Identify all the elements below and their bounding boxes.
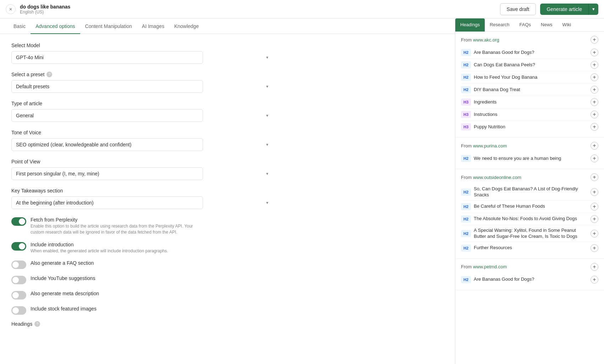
heading-badge-3-0: H2 bbox=[461, 276, 471, 283]
heading-badge-2-2: H2 bbox=[461, 215, 471, 223]
heading-item-1-0: H2 We need to ensure you are a human bei… bbox=[461, 152, 598, 164]
toggle-faq-section[interactable] bbox=[11, 261, 26, 269]
heading-text-0-4: Ingredients bbox=[474, 99, 588, 105]
heading-add-button-0-1[interactable]: + bbox=[591, 61, 598, 69]
tab-content-manipulation[interactable]: Content Manipulation bbox=[80, 18, 137, 34]
tab-ai-images[interactable]: AI Images bbox=[137, 18, 169, 34]
source-url-2: www.outsideonline.com bbox=[473, 175, 521, 180]
toggle-group-meta-description: Also generate meta description bbox=[11, 291, 273, 299]
heading-add-button-1-0[interactable]: + bbox=[591, 155, 598, 162]
right-tab-faqs[interactable]: FAQs bbox=[515, 18, 536, 32]
select-model-label: Select Model bbox=[11, 43, 273, 48]
select-preset-label: Select a preset ? bbox=[11, 72, 273, 77]
heading-item-0-3: H2 DIY Banana Dog Treat + bbox=[461, 84, 598, 96]
toggle-stock-images[interactable] bbox=[11, 306, 26, 315]
heading-add-button-2-3[interactable]: + bbox=[591, 230, 598, 237]
select-preset-input[interactable]: Default presets bbox=[11, 80, 203, 93]
heading-add-button-2-0[interactable]: + bbox=[591, 188, 598, 196]
heading-add-button-2-1[interactable]: + bbox=[591, 203, 598, 211]
close-button[interactable]: × bbox=[6, 4, 16, 14]
source-section-3: From www.petmd.com + H2 Are Bananas Good… bbox=[455, 259, 604, 290]
select-preset-arrow: ▾ bbox=[266, 84, 268, 89]
headings-help-icon[interactable]: ? bbox=[34, 321, 40, 327]
tone-of-voice-arrow: ▾ bbox=[266, 142, 268, 147]
key-takeaways-input[interactable]: At the beginning (after introduction) bbox=[11, 196, 203, 209]
source-url-0: www.akc.org bbox=[473, 37, 499, 43]
source-add-button-3[interactable]: + bbox=[591, 263, 598, 271]
toggle-group-stock-images: Include stock featured images bbox=[11, 306, 273, 315]
heading-badge-0-6: H3 bbox=[461, 123, 471, 130]
generate-article-button[interactable]: Generate article bbox=[540, 4, 588, 15]
heading-item-2-0: H2 So, Can Dogs Eat Bananas? A List of D… bbox=[461, 184, 598, 201]
heading-add-button-3-0[interactable]: + bbox=[591, 276, 598, 284]
generate-dropdown-button[interactable]: ▾ bbox=[588, 4, 598, 15]
toggle-group-fetch-perplexity: Fetch from Perplexity Enable this option… bbox=[11, 217, 273, 235]
heading-badge-1-0: H2 bbox=[461, 155, 471, 162]
heading-badge-0-0: H2 bbox=[461, 49, 471, 56]
heading-add-button-2-2[interactable]: + bbox=[591, 215, 598, 223]
left-tabs: Basic Advanced options Content Manipulat… bbox=[0, 18, 455, 34]
select-preset-wrapper: Default presets ▾ bbox=[11, 80, 273, 93]
heading-add-button-0-4[interactable]: + bbox=[591, 98, 598, 106]
tab-basic[interactable]: Basic bbox=[9, 18, 31, 34]
toggle-include-introduction[interactable] bbox=[11, 242, 26, 251]
select-model-input[interactable]: GPT-4o Mini bbox=[11, 51, 203, 64]
source-from-label-3: From www.petmd.com bbox=[461, 264, 507, 269]
left-panel: Basic Advanced options Content Manipulat… bbox=[0, 18, 455, 364]
toggle-fetch-perplexity[interactable] bbox=[11, 217, 26, 226]
heading-add-button-0-3[interactable]: + bbox=[591, 86, 598, 94]
heading-item-2-1: H2 Be Careful of These Human Foods + bbox=[461, 201, 598, 213]
heading-item-0-0: H2 Are Bananas Good for Dogs? + bbox=[461, 46, 598, 59]
heading-add-button-0-6[interactable]: + bbox=[591, 123, 598, 131]
toggle-desc-fetch-perplexity: Enable this option to build the article … bbox=[31, 223, 201, 235]
toggle-meta-description[interactable] bbox=[11, 291, 26, 299]
tone-of-voice-input[interactable]: SEO optimized (clear, knowledgeable and … bbox=[11, 138, 203, 151]
heading-badge-2-3: H2 bbox=[461, 230, 471, 237]
toggle-youtube-suggestions[interactable] bbox=[11, 276, 26, 284]
article-title: do dogs like bananas bbox=[20, 4, 496, 10]
heading-add-button-0-5[interactable]: + bbox=[591, 111, 598, 118]
heading-badge-0-1: H2 bbox=[461, 61, 471, 68]
source-url-3: www.petmd.com bbox=[473, 264, 507, 269]
key-takeaways-label: Key Takeaways section bbox=[11, 188, 273, 194]
main-layout: Basic Advanced options Content Manipulat… bbox=[0, 18, 604, 364]
heading-add-button-0-0[interactable]: + bbox=[591, 49, 598, 56]
heading-badge-2-4: H2 bbox=[461, 245, 471, 252]
tab-advanced-options[interactable]: Advanced options bbox=[31, 18, 80, 34]
heading-badge-2-0: H2 bbox=[461, 189, 471, 196]
right-tabs: Headings Research FAQs News Wiki bbox=[455, 18, 604, 32]
toggle-desc-include-introduction: When enabled, the generated article will… bbox=[31, 248, 168, 254]
select-model-wrapper: GPT-4o Mini ▾ bbox=[11, 51, 273, 64]
point-of-view-arrow: ▾ bbox=[266, 171, 268, 176]
source-add-button-1[interactable]: + bbox=[591, 142, 598, 150]
form-area: Select Model GPT-4o Mini ▾ Select a pres… bbox=[0, 34, 284, 338]
right-tab-headings[interactable]: Headings bbox=[455, 18, 485, 32]
heading-item-3-0: H2 Are Bananas Good for Dogs? + bbox=[461, 274, 598, 286]
heading-text-0-1: Can Dogs Eat Banana Peels? bbox=[474, 62, 588, 68]
tab-knowledge[interactable]: Knowledge bbox=[169, 18, 204, 34]
source-header-1: From www.purina.com + bbox=[461, 142, 598, 150]
headings-section-label: Headings ? bbox=[11, 321, 273, 327]
source-from-label-1: From www.purina.com bbox=[461, 143, 507, 149]
select-model-arrow: ▾ bbox=[266, 55, 268, 60]
point-of-view-input[interactable]: First person singular (I, me, my, mine) bbox=[11, 167, 203, 180]
key-takeaways-arrow: ▾ bbox=[266, 200, 268, 205]
heading-text-2-1: Be Careful of These Human Foods bbox=[474, 203, 588, 209]
right-panel: Headings Research FAQs News Wiki From ww… bbox=[455, 18, 604, 364]
source-add-button-0[interactable]: + bbox=[591, 36, 598, 44]
type-of-article-input[interactable]: General bbox=[11, 109, 203, 122]
source-add-button-2[interactable]: + bbox=[591, 173, 598, 181]
save-draft-button[interactable]: Save draft bbox=[500, 3, 536, 15]
right-tab-wiki[interactable]: Wiki bbox=[558, 18, 576, 32]
toggle-label-include-introduction: Include introduction bbox=[31, 242, 168, 247]
heading-add-button-0-2[interactable]: + bbox=[591, 73, 598, 81]
heading-text-0-0: Are Bananas Good for Dogs? bbox=[474, 50, 588, 56]
heading-item-0-5: H3 Instructions + bbox=[461, 108, 598, 121]
heading-add-button-2-4[interactable]: + bbox=[591, 244, 598, 252]
heading-text-0-2: How to Feed Your Dog Banana bbox=[474, 74, 588, 80]
toggle-label-faq-section: Also generate a FAQ section bbox=[31, 260, 94, 266]
toggles-container: Fetch from Perplexity Enable this option… bbox=[11, 217, 273, 315]
preset-help-icon[interactable]: ? bbox=[46, 72, 52, 77]
right-tab-research[interactable]: Research bbox=[485, 18, 515, 32]
right-tab-news[interactable]: News bbox=[536, 18, 558, 32]
